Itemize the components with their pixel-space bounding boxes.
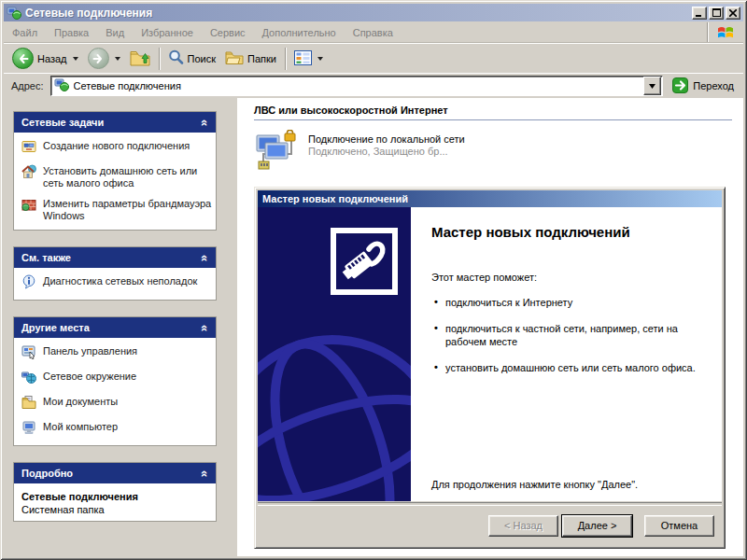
task-change-firewall-settings[interactable]: Изменить параметры брандмауэра Windows (21, 198, 212, 222)
lan-connection-name: Подключение по локальной сети (308, 133, 467, 146)
maximize-button[interactable] (709, 7, 724, 20)
wizard-bullet: установить домашнюю сеть или сеть малого… (431, 361, 711, 374)
go-label: Переход (693, 80, 734, 91)
forward-icon (88, 48, 109, 69)
menu-view[interactable]: Вид (97, 22, 133, 42)
task-setup-home-network[interactable]: Установить домашнюю сеть или сеть малого… (21, 165, 212, 189)
forward-button[interactable] (83, 46, 125, 71)
task-label: Мой компьютер (43, 421, 118, 433)
minimize-button[interactable] (692, 7, 707, 20)
task-label: Создание нового подключения (43, 140, 190, 152)
address-dropdown-button[interactable] (643, 77, 661, 95)
section-title: Подробно (21, 468, 73, 479)
wizard-back-button: < Назад (488, 515, 558, 537)
address-value[interactable]: Сетевые подключения (74, 80, 639, 91)
address-label: Адрес: (7, 80, 50, 91)
lan-connection-icon (254, 130, 299, 176)
go-button[interactable]: Переход (666, 75, 740, 97)
toolbar-separator (159, 48, 160, 70)
address-folder-icon (54, 77, 69, 94)
back-label: Назад (37, 53, 67, 64)
task-pane-sidebar: Сетевые задачи « Создание нового подключ… (4, 98, 237, 556)
menu-bar: Файл Правка Вид Избранное Сервис Дополни… (4, 22, 743, 43)
folders-label: Папки (247, 53, 276, 64)
my-computer-icon (21, 420, 36, 438)
menu-favorites[interactable]: Избранное (133, 22, 202, 42)
folders-icon (225, 50, 244, 67)
window-titlebar[interactable]: Сетевые подключения (4, 4, 743, 21)
search-icon (168, 49, 184, 67)
back-button[interactable]: Назад (7, 46, 83, 71)
rj45-plug-icon (331, 228, 398, 295)
wizard-content: Мастер новых подключений Этот мастер пом… (411, 207, 722, 501)
network-connections-icon[interactable] (7, 6, 21, 21)
home-network-icon (21, 164, 36, 182)
menu-help[interactable]: Справка (345, 22, 402, 42)
go-icon (672, 77, 688, 95)
section-see-also: См. также « Диагностика сетевых неполадо… (13, 246, 217, 301)
task-label: Панель управления (43, 345, 137, 357)
task-label: Изменить параметры брандмауэра Windows (43, 198, 212, 222)
details-folder-type: Системная папка (21, 504, 212, 515)
section-header-see-also[interactable]: См. также « (14, 247, 216, 268)
collapse-chevron-icon[interactable]: « (198, 469, 212, 476)
new-connection-wizard-dialog: Мастер новых подключений (254, 187, 726, 549)
search-label: Поиск (188, 53, 216, 64)
lan-connection-item[interactable]: Подключение по локальной сети Подключено… (254, 130, 467, 176)
task-label: Сетевое окружение (43, 371, 136, 383)
wizard-cancel-button[interactable]: Отмена (644, 515, 714, 537)
search-button[interactable]: Поиск (163, 46, 220, 71)
new-connection-icon (21, 139, 36, 157)
wizard-bullet: подключиться к Интернету (431, 296, 711, 309)
collapse-chevron-icon[interactable]: « (198, 119, 212, 125)
network-connections-window: Сетевые подключения Файл Правка Вид Избр… (0, 0, 747, 560)
wizard-bullet: подключиться к частной сети, например, с… (431, 322, 711, 348)
views-dropdown-icon (317, 57, 323, 61)
link-my-documents[interactable]: Мои документы (21, 396, 212, 413)
section-title: См. также (21, 252, 71, 263)
group-header-lan: ЛВС или высокоскоростной Интернет (254, 105, 448, 116)
wizard-heading: Мастер новых подключений (431, 224, 711, 240)
forward-dropdown-icon (115, 57, 120, 61)
section-title: Другие места (21, 322, 90, 333)
wizard-continue-hint: Для продолжения нажмите кнопку "Далее". (431, 479, 638, 490)
task-label: Установить домашнюю сеть или сеть малого… (43, 165, 212, 189)
collapse-chevron-icon[interactable]: « (198, 254, 212, 260)
section-header-other-places[interactable]: Другие места « (14, 317, 216, 338)
views-button[interactable] (289, 46, 328, 71)
toolbar-separator (285, 48, 286, 70)
section-header-details[interactable]: Подробно « (14, 463, 216, 483)
section-network-tasks: Сетевые задачи « Создание нового подключ… (13, 111, 217, 231)
link-my-computer[interactable]: Мой компьютер (21, 421, 212, 438)
menu-advanced[interactable]: Дополнительно (254, 22, 345, 42)
wizard-intro: Этот мастер поможет: (431, 272, 711, 283)
collapse-chevron-icon[interactable]: « (198, 324, 212, 330)
windows-logo-icon (707, 22, 743, 42)
folders-button[interactable]: Папки (220, 46, 281, 71)
task-label: Диагностика сетевых неполадок (43, 275, 197, 287)
network-places-icon (21, 370, 36, 387)
task-label: Мои документы (43, 396, 118, 408)
wizard-watermark-panel (258, 207, 411, 501)
close-button[interactable] (726, 7, 740, 20)
section-other-places: Другие места « Панель управления (13, 316, 217, 446)
menu-file[interactable]: Файл (4, 22, 46, 42)
menu-tools[interactable]: Сервис (202, 22, 254, 42)
task-network-diagnostics[interactable]: Диагностика сетевых неполадок (21, 275, 212, 292)
firewall-icon (21, 197, 36, 215)
group-header-divider (254, 119, 732, 120)
link-control-panel[interactable]: Панель управления (21, 345, 212, 362)
section-details: Подробно « Сетевые подключения Системная… (13, 462, 217, 522)
section-header-network-tasks[interactable]: Сетевые задачи « (14, 112, 216, 133)
link-network-places[interactable]: Сетевое окружение (21, 371, 212, 387)
back-icon (12, 48, 34, 69)
address-combobox[interactable]: Сетевые подключения (50, 76, 664, 96)
wizard-next-button[interactable]: Далее > (562, 515, 632, 537)
toolbar: Назад Поиск Папки (4, 43, 743, 74)
menu-edit[interactable]: Правка (46, 22, 97, 42)
wizard-titlebar[interactable]: Мастер новых подключений (258, 190, 722, 207)
wizard-bullet-list: подключиться к Интернету подключиться к … (431, 296, 711, 374)
section-title: Сетевые задачи (21, 117, 104, 128)
task-new-connection[interactable]: Создание нового подключения (21, 140, 212, 157)
up-button[interactable] (125, 46, 155, 71)
